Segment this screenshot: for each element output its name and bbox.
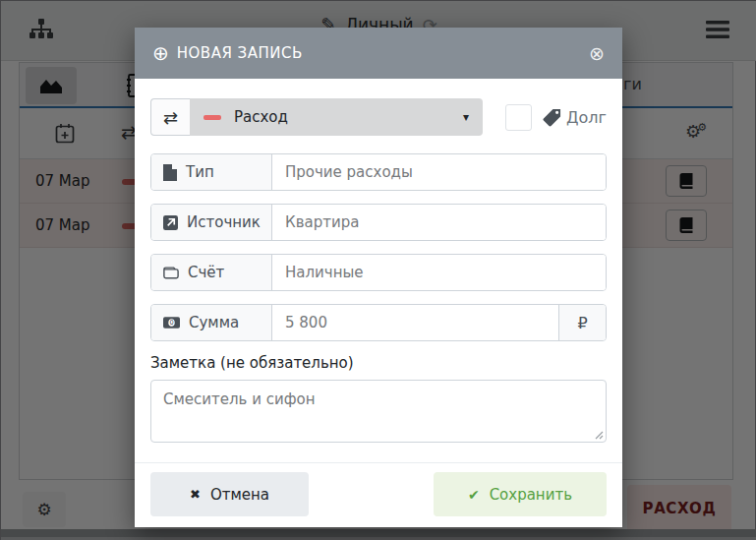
record-type-value: Расход	[234, 108, 288, 126]
save-button-label: Сохранить	[490, 486, 572, 504]
file-text-icon	[163, 164, 177, 181]
banknote-icon: 0	[163, 317, 180, 329]
screen: ✎ Личный ⟳	[0, 0, 756, 540]
type-field-group: Тип	[150, 153, 607, 191]
record-type-row: ⇄ Расход ▾ Долг	[150, 98, 607, 136]
field-label-text: Счёт	[188, 264, 224, 281]
close-icon[interactable]: ⊗	[589, 42, 605, 64]
save-button[interactable]: ✔ Сохранить	[434, 472, 607, 516]
wallet-icon	[163, 266, 179, 279]
debt-label: Долг	[566, 108, 607, 127]
note-field-wrap: Смеситель и сифон	[150, 380, 607, 443]
expense-dash-icon	[204, 115, 221, 120]
source-field-group: Источник	[150, 204, 607, 241]
modal-title: НОВАЯ ЗАПИСЬ	[177, 44, 303, 62]
note-label: Заметка (не обязательно)	[150, 354, 607, 372]
swap-type-button[interactable]: ⇄	[150, 98, 190, 136]
caret-down-icon: ▾	[463, 110, 469, 124]
amount-input[interactable]	[272, 305, 558, 340]
amount-field-label: 0 Сумма	[151, 305, 272, 340]
cancel-button-label: Отмена	[210, 486, 269, 504]
debt-checkbox[interactable]	[505, 104, 532, 131]
note-textarea[interactable]: Смеситель и сифон	[150, 380, 607, 443]
currency-suffix: ₽	[558, 305, 606, 340]
account-field-label: Счёт	[151, 255, 272, 290]
x-icon: ✖	[190, 487, 201, 502]
amount-field-group: 0 Сумма ₽	[150, 304, 607, 341]
modal-header: ⊕ НОВАЯ ЗАПИСЬ ⊗	[135, 28, 622, 79]
cancel-button[interactable]: ✖ Отмена	[150, 472, 309, 516]
modal-body: ⇄ Расход ▾ Долг	[135, 79, 622, 443]
modal-footer: ✖ Отмена ✔ Сохранить	[135, 462, 622, 527]
field-label-text: Тип	[186, 163, 214, 181]
source-input[interactable]	[272, 205, 606, 240]
svg-text:0: 0	[169, 319, 173, 327]
new-record-modal: ⊕ НОВАЯ ЗАПИСЬ ⊗ ⇄ Расход ▾	[135, 28, 622, 527]
swap-arrows-icon: ⇄	[163, 107, 178, 128]
field-label-text: Источник	[187, 213, 261, 231]
type-input[interactable]	[272, 154, 606, 190]
ruble-sign: ₽	[577, 314, 587, 332]
tag-icon	[543, 108, 561, 127]
plus-circle-icon: ⊕	[152, 41, 169, 65]
source-field-label: Источник	[151, 205, 272, 240]
type-field-label: Тип	[151, 154, 272, 190]
external-link-square-icon	[163, 215, 178, 230]
account-field-group: Счёт	[150, 254, 607, 291]
account-input[interactable]	[272, 255, 606, 290]
check-icon: ✔	[468, 487, 480, 503]
resize-grip-icon[interactable]	[595, 431, 604, 440]
field-label-text: Сумма	[189, 314, 239, 331]
debt-toggle-group: Долг	[505, 104, 607, 131]
record-type-select[interactable]: Расход ▾	[190, 98, 483, 136]
